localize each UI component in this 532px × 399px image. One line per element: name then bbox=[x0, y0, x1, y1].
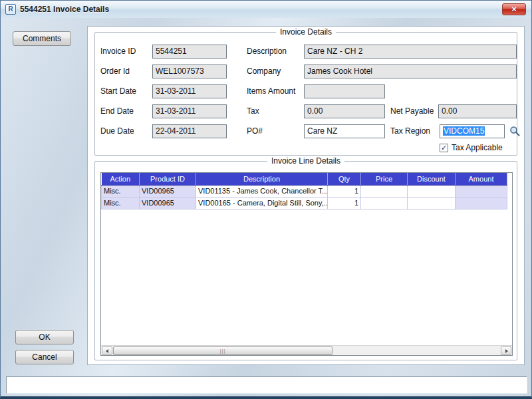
dialog-body: Comments OK Cancel Invoice Details Invoi… bbox=[1, 18, 531, 396]
grid-header-row: Action Product ID Description Qty Price … bbox=[102, 173, 507, 185]
horizontal-scrollbar[interactable]: ||| bbox=[101, 345, 512, 355]
column-header-qty[interactable]: Qty bbox=[328, 173, 361, 185]
status-bar bbox=[6, 376, 527, 394]
cell-product-id[interactable]: VID00965 bbox=[140, 185, 196, 197]
invoice-lines-table: Action Product ID Description Qty Price … bbox=[101, 173, 507, 209]
invoice-details-window: R 5544251 Invoice Details × Comments OK … bbox=[0, 0, 532, 399]
table-row[interactable]: Misc. VID00965 VID01135 - James Cook, Ch… bbox=[102, 185, 507, 197]
end-date-label: End Date bbox=[100, 104, 134, 118]
items-amount-field bbox=[304, 84, 385, 98]
column-header-description[interactable]: Description bbox=[196, 173, 328, 185]
tax-applicable-label: Tax Applicable bbox=[452, 143, 503, 152]
column-header-discount[interactable]: Discount bbox=[408, 173, 456, 185]
scroll-right-arrow-icon[interactable] bbox=[501, 346, 511, 355]
due-date-field: 22-04-2011 bbox=[152, 124, 227, 138]
ok-button[interactable]: OK bbox=[15, 330, 74, 344]
scroll-left-arrow-icon[interactable] bbox=[102, 346, 112, 355]
scrollbar-thumb[interactable]: ||| bbox=[113, 346, 332, 355]
cell-price[interactable] bbox=[361, 185, 408, 197]
cell-action[interactable]: Misc. bbox=[102, 197, 140, 209]
column-header-action[interactable]: Action bbox=[102, 173, 140, 185]
start-date-label: Start Date bbox=[100, 84, 136, 98]
column-header-product-id[interactable]: Product ID bbox=[140, 173, 196, 185]
po-label: PO# bbox=[247, 124, 263, 138]
net-payable-label: Net Payable bbox=[390, 104, 434, 118]
column-header-amount[interactable]: Amount bbox=[456, 173, 507, 185]
cell-action[interactable]: Misc. bbox=[102, 185, 140, 197]
app-icon: R bbox=[5, 4, 16, 15]
invoice-line-details-group: Invoice Line Details Action Product ID D… bbox=[94, 161, 517, 360]
main-panel: Invoice Details Invoice ID 5544251 Order… bbox=[87, 26, 525, 365]
cell-amount[interactable] bbox=[456, 185, 507, 197]
end-date-field: 31-03-2011 bbox=[152, 104, 227, 118]
net-payable-field: 0.00 bbox=[438, 104, 517, 118]
tax-applicable-row: ✓ Tax Applicable bbox=[440, 143, 503, 152]
order-id-label: Order Id bbox=[100, 65, 130, 78]
titlebar: R 5544251 Invoice Details × bbox=[1, 1, 531, 18]
invoice-details-group: Invoice Details Invoice ID 5544251 Order… bbox=[94, 32, 517, 156]
tax-region-search-icon[interactable] bbox=[509, 125, 521, 137]
description-label: Description bbox=[247, 45, 287, 59]
items-amount-label: Items Amount bbox=[247, 84, 295, 98]
tax-region-selected-text: VIDCOM15 bbox=[443, 126, 485, 136]
cancel-button[interactable]: Cancel bbox=[15, 350, 74, 364]
cell-amount[interactable] bbox=[456, 197, 507, 209]
order-id-field: WEL1007573 bbox=[152, 65, 227, 78]
company-label: Company bbox=[247, 65, 281, 78]
tax-region-label: Tax Region bbox=[390, 124, 430, 138]
tax-field: 0.00 bbox=[304, 104, 385, 118]
cell-discount[interactable] bbox=[408, 185, 456, 197]
cell-price[interactable] bbox=[361, 197, 408, 209]
invoice-details-group-title: Invoice Details bbox=[276, 27, 336, 37]
cell-qty[interactable]: 1 bbox=[328, 185, 361, 197]
invoice-id-field: 5544251 bbox=[152, 45, 227, 59]
due-date-label: Due Date bbox=[100, 124, 134, 138]
invoice-id-label: Invoice ID bbox=[100, 45, 136, 59]
invoice-line-details-group-title: Invoice Line Details bbox=[267, 156, 344, 166]
cell-qty[interactable]: 1 bbox=[328, 197, 361, 209]
po-field[interactable]: Care NZ bbox=[304, 124, 385, 138]
tax-label: Tax bbox=[247, 104, 259, 118]
start-date-field: 31-03-2011 bbox=[152, 84, 227, 98]
comments-button[interactable]: Comments bbox=[13, 31, 71, 46]
tax-applicable-checkbox[interactable]: ✓ bbox=[440, 144, 448, 152]
tax-region-field[interactable]: VIDCOM15 bbox=[440, 124, 505, 138]
table-row[interactable]: Misc. VID00965 VID00165 - Camera, Digita… bbox=[102, 197, 507, 209]
description-field: Care NZ - CH 2 bbox=[304, 45, 517, 59]
cell-description[interactable]: VID00165 - Camera, Digital Still, Sony,.… bbox=[196, 197, 328, 209]
window-title: 5544251 Invoice Details bbox=[20, 5, 109, 14]
company-field: James Cook Hotel bbox=[304, 65, 517, 78]
cell-discount[interactable] bbox=[408, 197, 456, 209]
cell-description[interactable]: VID01135 - James Cook, Chancellor T... bbox=[196, 185, 328, 197]
invoice-lines-grid: Action Product ID Description Qty Price … bbox=[100, 172, 513, 356]
column-header-price[interactable]: Price bbox=[361, 173, 408, 185]
close-button[interactable]: × bbox=[502, 3, 526, 15]
cell-product-id[interactable]: VID00965 bbox=[140, 197, 196, 209]
